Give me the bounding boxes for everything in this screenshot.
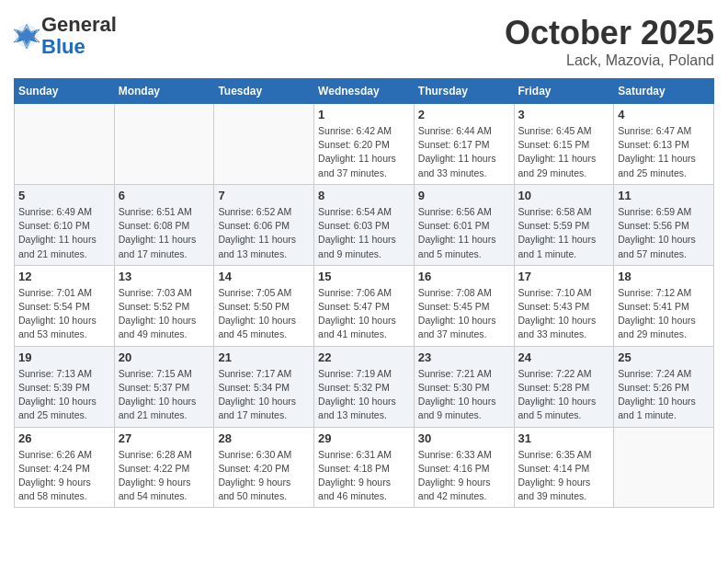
- calendar-week-row: 5Sunrise: 6:49 AM Sunset: 6:10 PM Daylig…: [15, 184, 714, 265]
- calendar-cell: 18Sunrise: 7:12 AM Sunset: 5:41 PM Dayli…: [614, 265, 714, 346]
- calendar-cell: 13Sunrise: 7:03 AM Sunset: 5:52 PM Dayli…: [114, 265, 214, 346]
- calendar-cell: 28Sunrise: 6:30 AM Sunset: 4:20 PM Dayli…: [214, 427, 314, 508]
- calendar-week-row: 26Sunrise: 6:26 AM Sunset: 4:24 PM Dayli…: [15, 427, 714, 508]
- calendar-cell: 4Sunrise: 6:47 AM Sunset: 6:13 PM Daylig…: [614, 104, 714, 185]
- calendar-cell: 17Sunrise: 7:10 AM Sunset: 5:43 PM Dayli…: [514, 265, 614, 346]
- day-number: 9: [418, 189, 510, 202]
- calendar-cell: 16Sunrise: 7:08 AM Sunset: 5:45 PM Dayli…: [414, 265, 514, 346]
- day-number: 3: [518, 108, 610, 121]
- day-info: Sunrise: 7:13 AM Sunset: 5:39 PM Dayligh…: [18, 367, 110, 423]
- calendar-cell: [114, 104, 214, 185]
- day-number: 11: [618, 189, 710, 202]
- day-info: Sunrise: 6:47 AM Sunset: 6:13 PM Dayligh…: [618, 124, 710, 180]
- weekday-header: Wednesday: [314, 79, 415, 104]
- day-number: 10: [518, 189, 610, 202]
- calendar-cell: 20Sunrise: 7:15 AM Sunset: 5:37 PM Dayli…: [114, 346, 214, 427]
- day-number: 15: [318, 270, 410, 283]
- calendar-cell: 6Sunrise: 6:51 AM Sunset: 6:08 PM Daylig…: [114, 184, 214, 265]
- calendar-cell: 30Sunrise: 6:33 AM Sunset: 4:16 PM Dayli…: [414, 427, 514, 508]
- day-info: Sunrise: 6:35 AM Sunset: 4:14 PM Dayligh…: [518, 448, 610, 504]
- calendar-table: SundayMondayTuesdayWednesdayThursdayFrid…: [14, 78, 714, 508]
- day-info: Sunrise: 7:24 AM Sunset: 5:26 PM Dayligh…: [618, 367, 710, 423]
- calendar-cell: 12Sunrise: 7:01 AM Sunset: 5:54 PM Dayli…: [15, 265, 115, 346]
- day-number: 31: [518, 431, 610, 445]
- calendar-cell: 19Sunrise: 7:13 AM Sunset: 5:39 PM Dayli…: [15, 346, 115, 427]
- day-number: 14: [218, 270, 310, 283]
- calendar-cell: 15Sunrise: 7:06 AM Sunset: 5:47 PM Dayli…: [314, 265, 415, 346]
- day-number: 24: [518, 350, 610, 364]
- weekday-header: Thursday: [414, 79, 514, 104]
- calendar-cell: 14Sunrise: 7:05 AM Sunset: 5:50 PM Dayli…: [214, 265, 314, 346]
- month-title: October 2025: [505, 14, 714, 52]
- day-info: Sunrise: 7:15 AM Sunset: 5:37 PM Dayligh…: [119, 367, 210, 423]
- day-info: Sunrise: 7:03 AM Sunset: 5:52 PM Dayligh…: [119, 286, 210, 342]
- day-info: Sunrise: 6:52 AM Sunset: 6:06 PM Dayligh…: [218, 205, 310, 261]
- day-info: Sunrise: 7:05 AM Sunset: 5:50 PM Dayligh…: [218, 286, 310, 342]
- weekday-header: Sunday: [15, 79, 115, 104]
- day-number: 6: [119, 189, 210, 202]
- day-number: 1: [318, 108, 410, 121]
- day-info: Sunrise: 7:22 AM Sunset: 5:28 PM Dayligh…: [518, 367, 610, 423]
- calendar-cell: [614, 427, 714, 508]
- day-info: Sunrise: 7:21 AM Sunset: 5:30 PM Dayligh…: [418, 367, 510, 423]
- day-info: Sunrise: 6:30 AM Sunset: 4:20 PM Dayligh…: [218, 448, 310, 504]
- day-number: 29: [318, 431, 410, 445]
- calendar-week-row: 12Sunrise: 7:01 AM Sunset: 5:54 PM Dayli…: [15, 265, 714, 346]
- calendar-week-row: 1Sunrise: 6:42 AM Sunset: 6:20 PM Daylig…: [15, 104, 714, 185]
- day-info: Sunrise: 6:58 AM Sunset: 5:59 PM Dayligh…: [518, 205, 610, 261]
- day-number: 4: [618, 108, 710, 121]
- title-block: October 2025 Lack, Mazovia, Poland: [505, 14, 714, 69]
- calendar-cell: 22Sunrise: 7:19 AM Sunset: 5:32 PM Dayli…: [314, 346, 415, 427]
- day-number: 7: [218, 189, 310, 202]
- day-number: 30: [418, 431, 510, 445]
- day-number: 28: [218, 431, 310, 445]
- calendar-cell: 11Sunrise: 6:59 AM Sunset: 5:56 PM Dayli…: [614, 184, 714, 265]
- calendar-cell: 1Sunrise: 6:42 AM Sunset: 6:20 PM Daylig…: [314, 104, 415, 185]
- calendar-header-row: SundayMondayTuesdayWednesdayThursdayFrid…: [15, 79, 714, 104]
- day-number: 13: [119, 270, 210, 283]
- weekday-header: Saturday: [614, 79, 714, 104]
- day-number: 12: [18, 270, 110, 283]
- calendar-cell: 10Sunrise: 6:58 AM Sunset: 5:59 PM Dayli…: [514, 184, 614, 265]
- calendar-cell: 9Sunrise: 6:56 AM Sunset: 6:01 PM Daylig…: [414, 184, 514, 265]
- day-info: Sunrise: 7:01 AM Sunset: 5:54 PM Dayligh…: [18, 286, 110, 342]
- calendar-cell: 29Sunrise: 6:31 AM Sunset: 4:18 PM Dayli…: [314, 427, 415, 508]
- calendar-cell: 26Sunrise: 6:26 AM Sunset: 4:24 PM Dayli…: [15, 427, 115, 508]
- day-number: 8: [318, 189, 410, 202]
- day-number: 23: [418, 350, 510, 364]
- day-number: 17: [518, 270, 610, 283]
- day-info: Sunrise: 6:54 AM Sunset: 6:03 PM Dayligh…: [318, 205, 410, 261]
- day-info: Sunrise: 6:49 AM Sunset: 6:10 PM Dayligh…: [18, 205, 110, 261]
- day-info: Sunrise: 7:10 AM Sunset: 5:43 PM Dayligh…: [518, 286, 610, 342]
- day-info: Sunrise: 6:31 AM Sunset: 4:18 PM Dayligh…: [318, 448, 410, 504]
- day-number: 26: [18, 431, 110, 445]
- day-info: Sunrise: 6:45 AM Sunset: 6:15 PM Dayligh…: [518, 124, 610, 180]
- day-info: Sunrise: 6:42 AM Sunset: 6:20 PM Dayligh…: [318, 124, 410, 180]
- day-number: 20: [119, 350, 210, 364]
- calendar-cell: 23Sunrise: 7:21 AM Sunset: 5:30 PM Dayli…: [414, 346, 514, 427]
- day-info: Sunrise: 6:56 AM Sunset: 6:01 PM Dayligh…: [418, 205, 510, 261]
- day-info: Sunrise: 6:33 AM Sunset: 4:16 PM Dayligh…: [418, 448, 510, 504]
- logo-blue-text: Blue: [41, 35, 85, 58]
- day-info: Sunrise: 7:08 AM Sunset: 5:45 PM Dayligh…: [418, 286, 510, 342]
- day-info: Sunrise: 6:28 AM Sunset: 4:22 PM Dayligh…: [119, 448, 210, 504]
- logo-text: General Blue: [41, 14, 117, 58]
- day-number: 16: [418, 270, 510, 283]
- day-number: 21: [218, 350, 310, 364]
- page-header: General Blue October 2025 Lack, Mazovia,…: [14, 14, 714, 69]
- calendar-cell: 3Sunrise: 6:45 AM Sunset: 6:15 PM Daylig…: [514, 104, 614, 185]
- logo-general-text: General: [41, 13, 117, 36]
- calendar-cell: 8Sunrise: 6:54 AM Sunset: 6:03 PM Daylig…: [314, 184, 415, 265]
- day-number: 18: [618, 270, 710, 283]
- calendar-cell: 24Sunrise: 7:22 AM Sunset: 5:28 PM Dayli…: [514, 346, 614, 427]
- day-number: 22: [318, 350, 410, 364]
- logo: General Blue: [14, 14, 117, 58]
- calendar-cell: 25Sunrise: 7:24 AM Sunset: 5:26 PM Dayli…: [614, 346, 714, 427]
- day-info: Sunrise: 7:06 AM Sunset: 5:47 PM Dayligh…: [318, 286, 410, 342]
- day-info: Sunrise: 7:17 AM Sunset: 5:34 PM Dayligh…: [218, 367, 310, 423]
- calendar-cell: [15, 104, 115, 185]
- location: Lack, Mazovia, Poland: [505, 52, 714, 69]
- calendar-cell: 7Sunrise: 6:52 AM Sunset: 6:06 PM Daylig…: [214, 184, 314, 265]
- weekday-header: Monday: [114, 79, 214, 104]
- day-info: Sunrise: 7:12 AM Sunset: 5:41 PM Dayligh…: [618, 286, 710, 342]
